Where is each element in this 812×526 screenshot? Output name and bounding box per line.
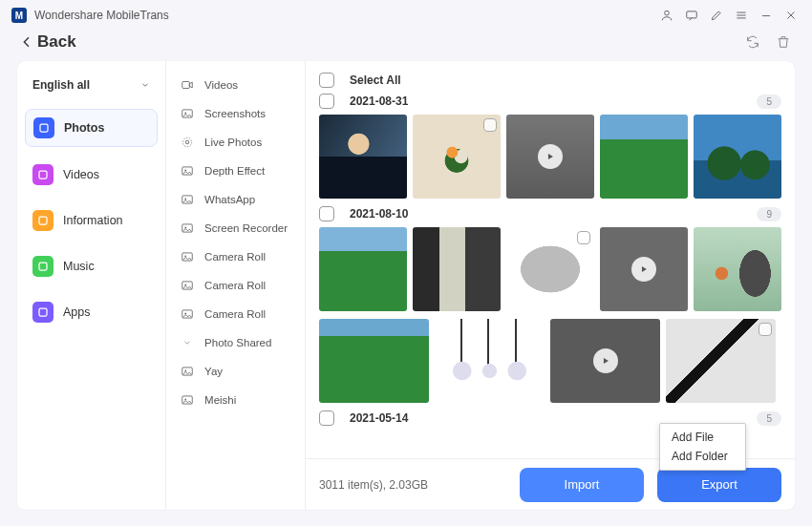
sidebar-item-photos[interactable]: Photos xyxy=(25,109,158,147)
subnav-item[interactable]: Videos xyxy=(166,71,305,99)
sidebar-item-information[interactable]: Information xyxy=(25,202,158,239)
thumbnail-checkbox[interactable] xyxy=(483,118,497,132)
photo-thumbnail[interactable] xyxy=(666,319,776,403)
close-button[interactable] xyxy=(781,6,801,25)
subnav-item[interactable]: Meishi xyxy=(166,386,305,414)
photo-thumbnail[interactable] xyxy=(319,319,429,403)
photo-grid: Select All 2021-08-31 5 2021-08-10 9 xyxy=(306,61,795,458)
svg-point-11 xyxy=(182,137,191,146)
subnav-item[interactable]: Yay xyxy=(166,357,305,386)
section-date: 2021-08-10 xyxy=(350,207,757,221)
subnav-item[interactable]: Photo Shared xyxy=(166,328,305,357)
video-thumbnail[interactable] xyxy=(550,319,660,403)
sidebar-item-label: Videos xyxy=(63,168,99,181)
subnav-item[interactable]: Screen Recorder xyxy=(166,214,305,242)
subnav-label: Camera Roll xyxy=(204,280,266,291)
chevron-down-icon xyxy=(140,80,150,90)
subnav-item[interactable]: Live Photos xyxy=(166,128,305,157)
add-file-item[interactable]: Add File xyxy=(660,428,745,447)
subnav-item[interactable]: Screenshots xyxy=(166,99,305,128)
video-icon xyxy=(180,77,195,93)
section-checkbox[interactable] xyxy=(319,410,334,426)
language-selector[interactable]: English all xyxy=(25,73,158,97)
add-folder-item[interactable]: Add Folder xyxy=(660,447,745,466)
image-icon xyxy=(180,163,195,179)
refresh-button[interactable] xyxy=(743,32,762,52)
subnav-label: Camera Roll xyxy=(204,308,266,320)
select-all-label: Select All xyxy=(350,74,781,87)
sidebar-item-videos[interactable]: Videos xyxy=(25,157,158,193)
thumbnail-row xyxy=(319,319,781,403)
subnav-item[interactable]: Camera Roll xyxy=(166,242,305,271)
svg-rect-3 xyxy=(39,171,47,179)
photo-thumbnail[interactable] xyxy=(413,227,501,311)
subnav-item[interactable]: Depth Effect xyxy=(166,157,305,185)
subnav-label: Photo Shared xyxy=(204,337,271,348)
photo-thumbnail[interactable] xyxy=(413,115,501,199)
section-count: 9 xyxy=(757,207,781,221)
section-date: 2021-08-31 xyxy=(350,95,757,108)
select-all-checkbox[interactable] xyxy=(319,73,334,88)
video-thumbnail[interactable] xyxy=(506,115,594,199)
video-thumbnail[interactable] xyxy=(600,227,688,311)
sidebar-item-label: Apps xyxy=(63,305,91,319)
photo-thumbnail[interactable] xyxy=(600,115,688,199)
category-sidebar: English all PhotosVideosInformationMusic… xyxy=(17,61,166,510)
svg-rect-4 xyxy=(39,217,47,224)
image-icon xyxy=(180,306,195,322)
svg-point-0 xyxy=(665,11,670,15)
category-icon xyxy=(33,117,54,138)
app-logo-icon: M xyxy=(11,8,27,23)
sidebar-item-music[interactable]: Music xyxy=(25,248,158,284)
thumbnail-row xyxy=(319,115,781,199)
section-checkbox[interactable] xyxy=(319,206,334,221)
import-button[interactable]: Import xyxy=(520,468,644,502)
play-icon xyxy=(550,319,660,403)
photo-thumbnail[interactable] xyxy=(319,227,407,311)
edit-icon[interactable] xyxy=(707,6,726,25)
section-checkbox[interactable] xyxy=(319,94,334,109)
export-button[interactable]: Export xyxy=(657,468,781,502)
svg-rect-6 xyxy=(39,308,47,316)
subcategory-list: VideosScreenshotsLive PhotosDepth Effect… xyxy=(166,61,306,510)
subnav-item[interactable]: Camera Roll xyxy=(166,300,305,328)
section-count: 5 xyxy=(757,411,781,426)
minimize-button[interactable] xyxy=(757,6,776,25)
content-area: Select All 2021-08-31 5 2021-08-10 9 xyxy=(306,61,795,510)
status-text: 3011 item(s), 2.03GB xyxy=(319,478,506,492)
chevron-down-icon xyxy=(180,335,195,350)
photo-thumbnail[interactable] xyxy=(435,319,545,403)
account-icon[interactable] xyxy=(657,6,676,25)
thumbnail-checkbox[interactable] xyxy=(577,231,590,244)
main-panel: English all PhotosVideosInformationMusic… xyxy=(17,61,795,510)
subnav-label: Meishi xyxy=(204,394,236,406)
subnav-label: WhatsApp xyxy=(204,194,255,205)
delete-button[interactable] xyxy=(774,32,793,52)
footer-bar: 3011 item(s), 2.03GB Import Export Add F… xyxy=(306,458,795,510)
add-menu: Add File Add Folder xyxy=(659,423,746,471)
image-icon xyxy=(180,106,195,121)
sidebar-item-label: Photos xyxy=(64,121,104,135)
subnav-item[interactable]: WhatsApp xyxy=(166,185,305,214)
sidebar-item-apps[interactable]: Apps xyxy=(25,294,158,330)
thumbnail-checkbox[interactable] xyxy=(759,323,772,336)
photo-thumbnail[interactable] xyxy=(319,115,407,199)
app-title: Wondershare MobileTrans xyxy=(34,9,652,22)
sidebar-item-label: Information xyxy=(63,214,123,227)
back-row: Back xyxy=(0,27,812,61)
svg-point-10 xyxy=(185,140,189,144)
photo-thumbnail[interactable] xyxy=(694,227,781,311)
image-icon xyxy=(180,192,195,207)
subnav-label: Camera Roll xyxy=(204,251,266,263)
section-count: 5 xyxy=(757,95,781,109)
date-section-header: 2021-08-31 5 xyxy=(319,94,781,109)
photo-thumbnail[interactable] xyxy=(506,227,594,311)
svg-rect-1 xyxy=(687,11,697,18)
photo-thumbnail[interactable] xyxy=(694,115,781,199)
sidebar-item-label: Music xyxy=(63,260,95,273)
subnav-label: Screen Recorder xyxy=(204,222,288,234)
chat-icon[interactable] xyxy=(682,6,701,25)
menu-icon[interactable] xyxy=(732,6,751,25)
subnav-item[interactable]: Camera Roll xyxy=(166,271,305,300)
back-button[interactable]: Back xyxy=(19,32,76,52)
